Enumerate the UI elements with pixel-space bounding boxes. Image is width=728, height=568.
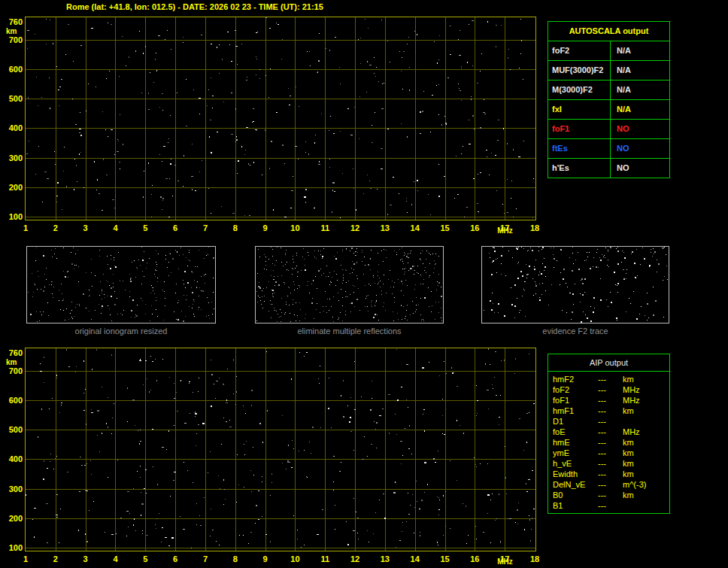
autoscala-param-label: fxI xyxy=(548,100,611,119)
x-tick-18-bottom: 18 xyxy=(526,554,543,563)
x-tick-6-top: 6 xyxy=(167,223,184,232)
aip-param-unit: MHz xyxy=(623,395,669,405)
autoscala-table-rows: foF2N/AMUF(3000)F2N/AM(3000)F2N/AfxIN/Af… xyxy=(548,41,669,178)
aip-param-value: --- xyxy=(598,458,623,469)
aip-row-2: foF1---MHz xyxy=(548,395,669,405)
y-tick-300-top: 300 xyxy=(2,153,23,163)
aip-param-name: foE xyxy=(548,427,598,437)
aip-param-name: Ewidth xyxy=(548,469,598,479)
caption-original-ionogram: original ionogram resized xyxy=(26,327,216,336)
aip-row-10: DelN_vE---m^(-3) xyxy=(548,479,669,490)
y-tick-300-bottom: 300 xyxy=(2,484,23,494)
aip-param-unit xyxy=(623,500,669,511)
autoscala-row-4: foF1NO xyxy=(548,119,669,138)
y-tick-100-top: 100 xyxy=(2,212,23,221)
x-tick-8-bottom: 8 xyxy=(227,554,244,563)
y-tick-200-top: 200 xyxy=(2,183,23,192)
x-tick-14-bottom: 14 xyxy=(407,554,423,563)
x-tick-14-top: 14 xyxy=(407,223,423,232)
aip-param-value: --- xyxy=(598,500,623,511)
x-tick-15-top: 15 xyxy=(437,223,453,232)
aip-row-5: foE---MHz xyxy=(548,427,669,437)
aip-row-6: hmE---km xyxy=(548,437,669,448)
y-tick-700-bottom: 700 xyxy=(2,366,23,375)
y-tick-500-top: 500 xyxy=(2,94,23,103)
y-axis-unit-bottom: km xyxy=(6,358,17,366)
caption-evidence-f2-trace: evidence F2 trace xyxy=(481,327,669,336)
x-tick-16-bottom: 16 xyxy=(466,554,483,563)
x-tick-3-top: 3 xyxy=(77,223,94,232)
y-tick-100-bottom: 100 xyxy=(2,543,23,552)
autoscala-param-label: h'Es xyxy=(548,159,611,178)
aip-output-table: AIP output hmF2---kmfoF2---MHzfoF1---MHz… xyxy=(548,354,670,514)
autoscala-row-2: M(3000)F2N/A xyxy=(548,80,669,99)
y-tick-700-top: 700 xyxy=(2,35,23,44)
aip-param-name: hmF2 xyxy=(548,374,598,384)
x-tick-1-bottom: 1 xyxy=(17,554,34,563)
y-tick-500-bottom: 500 xyxy=(2,425,23,434)
autoscala-param-value: N/A xyxy=(611,100,631,119)
aip-param-value: --- xyxy=(598,395,623,405)
y-tick-400-bottom: 400 xyxy=(2,454,23,463)
autoscala-param-label: MUF(3000)F2 xyxy=(548,61,611,80)
autoscala-param-value: N/A xyxy=(611,80,631,99)
aip-param-value: --- xyxy=(598,416,623,427)
aip-param-value: --- xyxy=(598,437,623,448)
x-tick-13-bottom: 13 xyxy=(377,554,393,563)
autoscala-row-6: h'EsNO xyxy=(548,158,669,178)
aip-row-4: D1--- xyxy=(548,416,669,427)
aip-row-9: Ewidth---km xyxy=(548,469,669,479)
ionogram-canvas-top xyxy=(26,17,535,220)
panel-evidence-f2-trace xyxy=(481,246,669,323)
aip-param-unit: km xyxy=(623,437,669,448)
x-tick-5-bottom: 5 xyxy=(137,554,153,563)
x-tick-12-top: 12 xyxy=(347,223,363,232)
x-tick-3-bottom: 3 xyxy=(77,554,94,563)
x-tick-13-top: 13 xyxy=(377,223,393,232)
x-tick-9-top: 9 xyxy=(257,223,274,232)
autoscala-param-value: NO xyxy=(611,159,629,178)
aip-param-unit: km xyxy=(623,374,669,384)
aip-param-value: --- xyxy=(598,479,623,490)
aip-param-value: --- xyxy=(598,427,623,437)
y-tick-400-top: 400 xyxy=(2,123,23,132)
aip-row-1: foF2---MHz xyxy=(548,384,669,395)
aip-param-unit: km xyxy=(623,458,669,469)
aip-param-name: B1 xyxy=(548,500,598,511)
aip-param-value: --- xyxy=(598,374,623,384)
aip-param-name: foF2 xyxy=(548,384,598,395)
aip-param-unit: MHz xyxy=(623,384,669,395)
x-tick-10-bottom: 10 xyxy=(287,554,303,563)
aip-param-value: --- xyxy=(598,448,623,458)
panel-canvas-evidence-f2-trace xyxy=(482,247,669,323)
aip-param-unit: km xyxy=(623,405,669,416)
aip-param-name: h_vE xyxy=(548,458,598,469)
aip-row-12: B1--- xyxy=(548,500,669,511)
y-tick-760-top: 760 xyxy=(2,17,23,26)
autoscala-row-5: ftEsNO xyxy=(548,138,669,158)
y-tick-200-bottom: 200 xyxy=(2,514,23,523)
x-tick-18-top: 18 xyxy=(526,223,543,232)
aip-param-name: DelN_vE xyxy=(548,479,598,490)
panel-eliminate-reflections xyxy=(255,246,444,323)
aip-row-8: h_vE---km xyxy=(548,458,669,469)
x-tick-16-top: 16 xyxy=(466,223,483,232)
station-date-time-title: Rome (lat: +41.8, lon: 012.5) - DATE: 20… xyxy=(66,2,323,11)
aip-row-11: B0---km xyxy=(548,490,669,500)
aip-param-value: --- xyxy=(598,490,623,500)
autoscala-param-value: NO xyxy=(611,139,629,158)
aip-param-unit xyxy=(623,416,669,427)
x-tick-15-bottom: 15 xyxy=(437,554,453,563)
x-tick-1-top: 1 xyxy=(17,223,34,232)
x-tick-10-top: 10 xyxy=(287,223,303,232)
x-tick-6-bottom: 6 xyxy=(167,554,184,563)
autoscala-app-window: Rome (lat: +41.8, lon: 012.5) - DATE: 20… xyxy=(0,0,728,568)
x-axis-unit-bottom: MHz xyxy=(497,557,513,566)
autoscala-row-1: MUF(3000)F2N/A xyxy=(548,60,669,80)
autoscala-param-label: foF1 xyxy=(548,120,611,138)
y-tick-600-top: 600 xyxy=(2,65,23,74)
x-tick-12-bottom: 12 xyxy=(347,554,363,563)
aip-param-name: ymE xyxy=(548,448,598,458)
aip-param-value: --- xyxy=(598,469,623,479)
x-tick-4-top: 4 xyxy=(107,223,123,232)
